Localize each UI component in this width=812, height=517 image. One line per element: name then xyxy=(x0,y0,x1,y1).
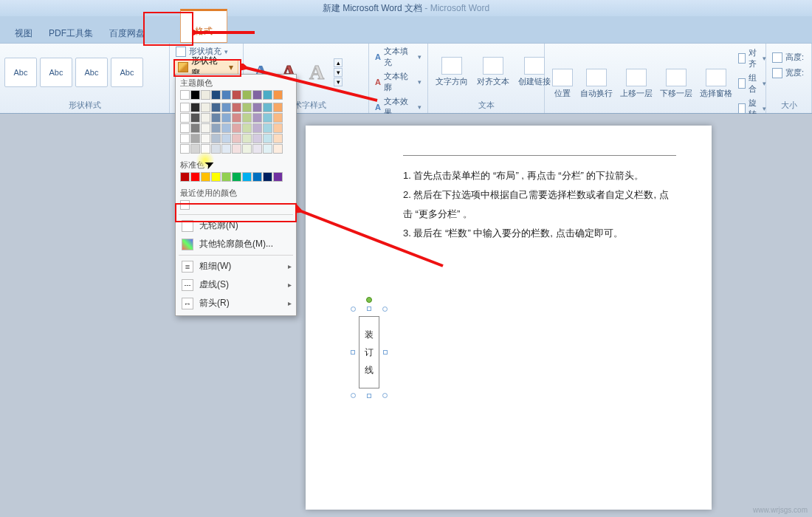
height-field[interactable]: 高度: xyxy=(771,51,807,64)
position-button[interactable]: 位置 xyxy=(549,67,576,100)
resize-handle[interactable] xyxy=(367,394,371,398)
color-swatch[interactable] xyxy=(221,123,231,133)
selected-textbox[interactable]: 装订线 xyxy=(353,309,385,396)
color-swatch[interactable] xyxy=(273,144,283,154)
color-swatch[interactable] xyxy=(211,172,221,182)
color-swatch[interactable] xyxy=(232,172,241,182)
shape-style-4[interactable]: Abc xyxy=(111,58,143,87)
color-swatch[interactable] xyxy=(252,134,262,143)
color-swatch[interactable] xyxy=(273,123,283,133)
align-menu-button[interactable]: 对齐▾ xyxy=(737,47,768,70)
text-direction-button[interactable]: 文字方向 xyxy=(433,55,471,89)
color-swatch[interactable] xyxy=(201,134,210,143)
color-swatch[interactable] xyxy=(180,113,190,123)
color-swatch[interactable] xyxy=(190,144,200,154)
color-swatch[interactable] xyxy=(180,134,190,143)
color-swatch[interactable] xyxy=(263,172,272,182)
color-swatch[interactable] xyxy=(190,172,200,182)
color-swatch[interactable] xyxy=(221,172,231,182)
resize-handle[interactable] xyxy=(382,393,388,398)
color-swatch[interactable] xyxy=(263,123,272,133)
resize-handle[interactable] xyxy=(351,350,355,355)
selection-pane-button[interactable]: 选择窗格 xyxy=(697,67,735,100)
resize-handle[interactable] xyxy=(367,307,371,311)
gallery-up-icon[interactable]: ▴ xyxy=(334,58,343,67)
color-swatch[interactable] xyxy=(263,113,272,123)
color-swatch[interactable] xyxy=(211,90,221,100)
send-backward-button[interactable]: 下移一层 xyxy=(657,67,695,100)
align-text-button[interactable]: 对齐文本 xyxy=(474,55,512,89)
color-swatch[interactable] xyxy=(242,123,252,133)
tab-pdfkit[interactable]: PDF工具集 xyxy=(41,23,100,43)
color-swatch[interactable] xyxy=(273,103,283,112)
color-swatch[interactable] xyxy=(252,90,262,100)
weight-item[interactable]: ≡ 粗细(W)▸ xyxy=(176,257,296,275)
no-outline-item[interactable]: 无轮廓(N) xyxy=(176,216,296,235)
arrows-item[interactable]: ↔ 箭头(R)▸ xyxy=(176,294,296,312)
color-swatch[interactable] xyxy=(180,103,190,112)
color-swatch[interactable] xyxy=(221,134,231,143)
color-swatch[interactable] xyxy=(221,113,231,123)
color-swatch[interactable] xyxy=(242,134,252,143)
color-swatch[interactable] xyxy=(211,113,221,123)
text-fill-button[interactable]: A文本填充▾ xyxy=(374,45,423,69)
gallery-more-icon[interactable]: ▾ xyxy=(334,78,343,86)
color-swatch[interactable] xyxy=(252,113,262,123)
color-swatch[interactable] xyxy=(273,172,283,182)
color-swatch[interactable] xyxy=(221,144,231,154)
color-swatch[interactable] xyxy=(190,90,200,100)
color-swatch[interactable] xyxy=(201,123,210,133)
color-swatch[interactable] xyxy=(242,103,252,112)
color-swatch[interactable] xyxy=(201,90,210,100)
color-swatch[interactable] xyxy=(190,103,200,112)
rotate-handle[interactable] xyxy=(366,297,372,303)
color-swatch[interactable] xyxy=(263,134,272,143)
shape-outline-button[interactable]: 形状轮廓 ▾ xyxy=(174,59,238,75)
color-swatch[interactable] xyxy=(190,113,200,123)
color-swatch[interactable] xyxy=(201,103,210,112)
color-swatch[interactable] xyxy=(242,172,252,182)
color-swatch[interactable] xyxy=(190,134,200,143)
color-swatch[interactable] xyxy=(201,113,210,123)
color-swatch[interactable] xyxy=(180,144,190,154)
color-swatch[interactable] xyxy=(211,134,221,143)
color-swatch[interactable] xyxy=(242,113,252,123)
color-swatch[interactable] xyxy=(221,103,231,112)
shape-style-2[interactable]: Abc xyxy=(40,58,72,87)
resize-handle[interactable] xyxy=(382,307,388,312)
color-swatch[interactable] xyxy=(232,103,241,112)
color-swatch[interactable] xyxy=(232,134,241,143)
wordart-style-3[interactable]: A xyxy=(304,60,329,85)
color-swatch[interactable] xyxy=(252,144,262,154)
dashes-item[interactable]: --- 虚线(S)▸ xyxy=(176,275,296,294)
color-swatch[interactable] xyxy=(242,90,252,100)
color-swatch[interactable] xyxy=(211,123,221,133)
color-swatch[interactable] xyxy=(273,90,283,100)
color-swatch[interactable] xyxy=(211,103,221,112)
color-swatch[interactable] xyxy=(252,103,262,112)
color-swatch[interactable] xyxy=(273,134,283,143)
resize-handle[interactable] xyxy=(383,350,388,355)
color-swatch[interactable] xyxy=(232,90,241,100)
color-swatch[interactable] xyxy=(211,144,221,154)
tab-view[interactable]: 视图 xyxy=(7,23,40,43)
color-swatch[interactable] xyxy=(252,172,262,182)
color-swatch[interactable] xyxy=(221,90,231,100)
color-swatch[interactable] xyxy=(180,90,190,100)
resize-handle[interactable] xyxy=(351,393,356,398)
resize-handle[interactable] xyxy=(351,307,356,312)
bring-forward-button[interactable]: 上移一层 xyxy=(617,67,656,100)
color-swatch[interactable] xyxy=(232,123,241,133)
color-swatch[interactable] xyxy=(190,123,200,133)
color-swatch[interactable] xyxy=(263,103,272,112)
tab-baidu[interactable]: 百度网盘 xyxy=(102,23,152,43)
text-outline-button[interactable]: A文本轮廓▾ xyxy=(374,70,423,94)
color-swatch[interactable] xyxy=(180,123,190,133)
recent-swatch[interactable] xyxy=(180,200,190,210)
gallery-down-icon[interactable]: ▾ xyxy=(334,68,343,77)
color-swatch[interactable] xyxy=(201,172,210,182)
shape-style-1[interactable]: Abc xyxy=(4,58,37,87)
group-menu-button[interactable]: 组合▾ xyxy=(737,72,768,95)
more-colors-item[interactable]: 其他轮廓颜色(M)... xyxy=(176,235,296,253)
color-swatch[interactable] xyxy=(180,172,190,182)
